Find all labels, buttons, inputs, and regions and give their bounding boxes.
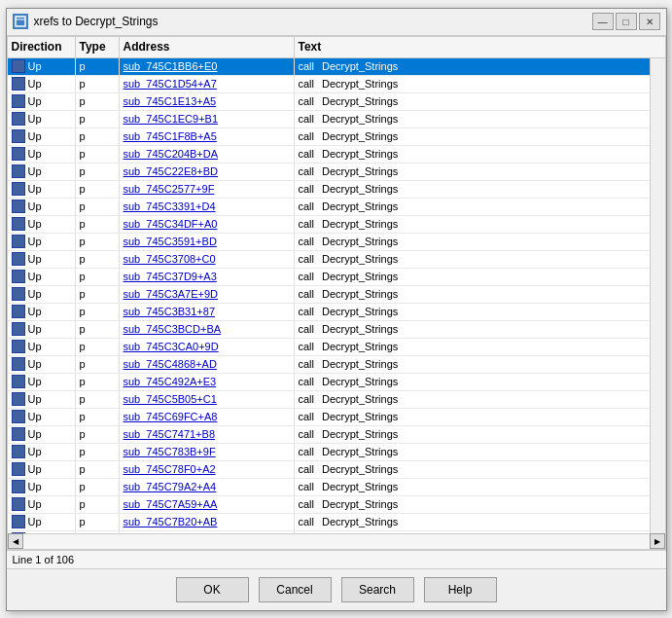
ok-button[interactable]: OK xyxy=(176,577,249,602)
cell-type: p xyxy=(76,444,120,460)
cell-direction: Up xyxy=(8,58,76,75)
row-icon xyxy=(12,480,25,493)
cell-direction: Up xyxy=(8,269,76,285)
table-row[interactable]: Up p sub_745C7B20+AB callDecrypt_Strings xyxy=(8,514,650,531)
table-row[interactable]: Up p sub_745C492A+E3 callDecrypt_Strings xyxy=(8,374,650,391)
cell-direction: Up xyxy=(8,164,76,180)
cell-direction: Up xyxy=(8,111,76,127)
row-icon xyxy=(12,77,25,91)
table-row[interactable]: Up p sub_745C204B+DA callDecrypt_Strings xyxy=(8,146,650,164)
row-icon xyxy=(12,392,25,406)
cell-text: callDecrypt_Strings xyxy=(295,164,650,180)
row-icon xyxy=(12,497,25,511)
cell-address: sub_745C34DF+A0 xyxy=(120,216,295,233)
cell-text: callDecrypt_Strings xyxy=(295,426,650,443)
horizontal-scrollbar: ◀ ▶ xyxy=(8,533,665,549)
cell-text: callDecrypt_Strings xyxy=(295,304,650,320)
table-row[interactable]: Up p sub_745C1EC9+B1 callDecrypt_Strings xyxy=(8,111,650,128)
row-icon xyxy=(12,357,25,371)
table-row[interactable]: Up p sub_745C79A2+A4 callDecrypt_Strings xyxy=(8,479,650,496)
table-row[interactable]: Up p sub_745C22E8+BD callDecrypt_Strings xyxy=(8,164,650,181)
cell-address: sub_745C204B+DA xyxy=(120,146,295,163)
col-header-direction[interactable]: Direction xyxy=(8,37,76,57)
cell-type: p xyxy=(76,181,120,198)
table-row[interactable]: Up p sub_745C3BCD+BA callDecrypt_Strings xyxy=(8,321,650,339)
cell-direction: Up xyxy=(8,199,76,215)
cell-text: callDecrypt_Strings xyxy=(295,339,650,355)
table-row[interactable]: Up p sub_745C783B+9F callDecrypt_Strings xyxy=(8,444,650,461)
table-row[interactable]: Up p sub_745C3391+D4 callDecrypt_Strings xyxy=(8,199,650,216)
cell-address: sub_745C4868+AD xyxy=(120,356,295,373)
table-row[interactable]: Up p sub_745C3A7E+9D callDecrypt_Strings xyxy=(8,286,650,304)
row-icon xyxy=(12,322,25,336)
col-header-address[interactable]: Address xyxy=(120,37,295,57)
table-row[interactable]: Up p sub_745C3708+C0 callDecrypt_Strings xyxy=(8,251,650,269)
table-row[interactable]: Up p sub_745C37D9+A3 callDecrypt_Strings xyxy=(8,269,650,286)
row-icon xyxy=(12,427,25,441)
table-row[interactable]: Up p sub_745C34DF+A0 callDecrypt_Strings xyxy=(8,216,650,234)
cell-type: p xyxy=(76,321,120,338)
cell-direction: Up xyxy=(8,76,76,92)
cell-type: p xyxy=(76,146,120,163)
cell-text: callDecrypt_Strings xyxy=(295,496,650,513)
table-row[interactable]: Up p sub_745C3CA0+9D callDecrypt_Strings xyxy=(8,339,650,356)
cell-direction: Up xyxy=(8,339,76,355)
close-button[interactable]: ✕ xyxy=(639,13,660,30)
cell-text: callDecrypt_Strings xyxy=(295,269,650,285)
cell-address: sub_745C22E8+BD xyxy=(120,164,295,180)
cell-address: sub_745C3CA0+9D xyxy=(120,339,295,355)
col-header-text[interactable]: Text xyxy=(295,37,665,57)
row-icon xyxy=(12,515,25,528)
window-icon xyxy=(13,14,28,29)
table-row[interactable]: Up p sub_745C1E13+A5 callDecrypt_Strings xyxy=(8,93,650,111)
minimize-button[interactable]: — xyxy=(592,13,614,30)
row-icon xyxy=(12,129,25,143)
table-row[interactable]: Up p sub_745C7471+B8 callDecrypt_Strings xyxy=(8,426,650,444)
row-icon xyxy=(12,59,25,73)
cell-text: callDecrypt_Strings xyxy=(295,181,650,198)
maximize-button[interactable]: □ xyxy=(616,13,637,30)
cell-address: sub_745C3391+D4 xyxy=(120,199,295,215)
title-bar: xrefs to Decrypt_Strings — □ ✕ xyxy=(7,9,666,36)
cell-address: sub_745C1F8B+A5 xyxy=(120,128,295,145)
cancel-button[interactable]: Cancel xyxy=(259,577,332,602)
cell-direction: Up xyxy=(8,181,76,198)
table-row[interactable]: Up p sub_745C1D54+A7 callDecrypt_Strings xyxy=(8,76,650,93)
help-button[interactable]: Help xyxy=(424,577,497,602)
table-row[interactable]: Up p sub_745C1F8B+A5 callDecrypt_Strings xyxy=(8,128,650,146)
table-row[interactable]: Up p sub_745C78F0+A2 callDecrypt_Strings xyxy=(8,461,650,479)
scroll-right-button[interactable]: ▶ xyxy=(650,533,665,549)
scroll-left-button[interactable]: ◀ xyxy=(8,533,23,549)
row-icon xyxy=(12,217,25,231)
row-icon xyxy=(12,147,25,161)
table-row[interactable]: Up p sub_745C2577+9F callDecrypt_Strings xyxy=(8,181,650,199)
cell-type: p xyxy=(76,409,120,425)
table-row[interactable]: Up p sub_745C1BB6+E0 callDecrypt_Strings xyxy=(8,58,650,76)
cell-type: p xyxy=(76,356,120,373)
table-row[interactable]: Up p sub_745C7A59+AA callDecrypt_Strings xyxy=(8,496,650,514)
cell-address: sub_745C492A+E3 xyxy=(120,374,295,390)
table-row[interactable]: Up p sub_745C69FC+A8 callDecrypt_Strings xyxy=(8,409,650,426)
status-bar: Line 1 of 106 xyxy=(7,550,666,568)
cell-address: sub_745C1D54+A7 xyxy=(120,76,295,92)
scroll-track[interactable] xyxy=(23,534,650,549)
cell-type: p xyxy=(76,269,120,285)
cell-direction: Up xyxy=(8,356,76,373)
table-row[interactable]: Up p sub_745C3B31+87 callDecrypt_Strings xyxy=(8,304,650,321)
line-info: Line 1 of 106 xyxy=(13,554,75,565)
cell-address: sub_745C3B31+87 xyxy=(120,304,295,320)
cell-text: callDecrypt_Strings xyxy=(295,146,650,163)
search-button[interactable]: Search xyxy=(341,577,414,602)
table-row[interactable]: Up p sub_745C3591+BD callDecrypt_Strings xyxy=(8,234,650,251)
cell-text: callDecrypt_Strings xyxy=(295,216,650,233)
cell-address: sub_745C3BCD+BA xyxy=(120,321,295,338)
cell-address: sub_745C1E13+A5 xyxy=(120,93,295,110)
cell-direction: Up xyxy=(8,496,76,513)
cell-address: sub_745C79A2+A4 xyxy=(120,479,295,495)
col-header-type[interactable]: Type xyxy=(76,37,120,57)
table-row[interactable]: Up p sub_745C4868+AD callDecrypt_Strings xyxy=(8,356,650,374)
table-row[interactable]: Up p sub_745C5B05+C1 callDecrypt_Strings xyxy=(8,391,650,409)
vertical-scrollbar[interactable] xyxy=(650,58,665,533)
row-icon xyxy=(12,164,25,178)
cell-text: callDecrypt_Strings xyxy=(295,444,650,460)
